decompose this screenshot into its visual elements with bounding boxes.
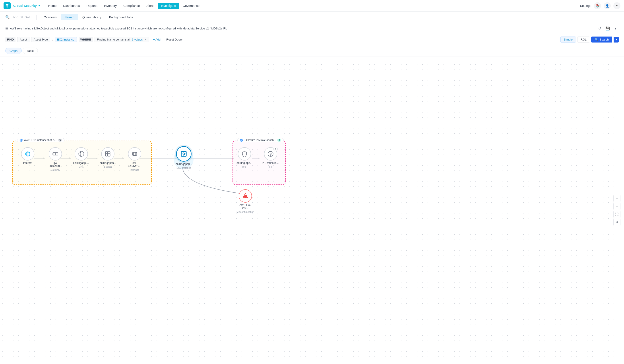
node-s3[interactable]: 2 2 Destinatio... s3 — [262, 147, 279, 168]
brand-name[interactable]: Cloud Security — [13, 4, 37, 7]
svg-rect-21 — [108, 154, 110, 156]
sub-nav-search[interactable]: Search — [61, 14, 78, 20]
reset-query-button[interactable]: Reset Query — [164, 37, 184, 42]
view-tabs: Graph Table — [0, 45, 624, 56]
misconfig-type: Misconfiguration — [236, 210, 254, 213]
settings-link[interactable]: Settings — [580, 4, 591, 7]
expand-button[interactable]: ▾ — [612, 25, 619, 31]
subnet-type: Subnet — [104, 165, 112, 168]
node-subnet[interactable]: ebillingapp0... Subnet — [100, 147, 116, 168]
filter-close-icon[interactable]: ✕ — [144, 38, 147, 41]
colon-separator: : — [52, 38, 53, 41]
subnet-label: ebillingapp0... — [100, 161, 116, 164]
group-label-iam: 🌀 EC2 with IAM role attach... 3 — [237, 138, 284, 142]
zoom-in-button[interactable]: + — [613, 195, 621, 202]
search-dropdown-arrow[interactable]: ▾ — [614, 37, 619, 43]
sub-nav-overview[interactable]: Overview — [40, 14, 60, 20]
node-internet[interactable]: 🌐 Internet — [21, 147, 34, 164]
internet-circle[interactable]: 🌐 — [21, 147, 34, 160]
misconfig-label: AWS EC2 inst... — [236, 204, 254, 210]
role-type: role — [242, 165, 246, 168]
vpc-type: VPC — [79, 165, 84, 168]
sub-navigation: 🔍 INVESTIGATE Overview Search Query Libr… — [0, 11, 624, 23]
group-label-text: AWS EC2 instance that is... — [24, 139, 57, 142]
s3-label: 2 Destinatio... — [262, 161, 279, 164]
interface-circle[interactable] — [128, 147, 141, 160]
group-label-icon: 🌀 — [20, 139, 23, 142]
igw-circle[interactable] — [49, 147, 62, 160]
rql-mode-button[interactable]: RQL — [577, 37, 590, 43]
role-circle[interactable] — [238, 147, 251, 160]
asset-type-value[interactable]: EC2 Instance — [55, 37, 77, 42]
nav-governance[interactable]: Governance — [180, 3, 203, 9]
subnet-circle[interactable] — [101, 147, 114, 160]
add-filter-button[interactable]: + Add — [151, 37, 163, 42]
group-label-ec2: 🌀 AWS EC2 instance that is... 5 — [17, 138, 64, 142]
interface-label: eni-0e8d7f19... — [126, 161, 143, 168]
graph-connections-svg — [0, 56, 624, 364]
search-label: Search — [600, 38, 609, 41]
svg-point-38 — [245, 197, 246, 198]
app-logo[interactable] — [3, 2, 11, 9]
find-label: FIND — [5, 37, 16, 42]
nav-dashboards[interactable]: Dashboards — [60, 3, 83, 9]
nav-home[interactable]: Home — [45, 3, 60, 9]
node-igw[interactable]: igw-087ad5f0... Gateway — [47, 147, 64, 171]
internet-label: Internet — [23, 161, 32, 164]
tab-table[interactable]: Table — [23, 48, 38, 54]
asset-tag[interactable]: Asset — [17, 37, 29, 42]
nav-compliance[interactable]: Compliance — [120, 3, 143, 9]
s3-type: s3 — [269, 165, 272, 168]
brand-dropdown-arrow[interactable]: ▾ — [39, 4, 40, 7]
add-icon: + Add — [153, 38, 160, 41]
s3-badge: 2 — [273, 147, 278, 151]
s3-circle[interactable]: 2 — [264, 147, 277, 160]
misconfig-circle[interactable] — [239, 189, 252, 203]
sub-nav-background-jobs[interactable]: Background Jobs — [106, 14, 137, 20]
svg-point-27 — [183, 153, 185, 155]
query-description-bar: ☰ AWS role having s3:GetObject and s3:Li… — [0, 23, 624, 34]
search-button[interactable]: 🔍 Search — [591, 37, 612, 43]
node-vpc[interactable]: ebillingapp0... VPC — [73, 147, 89, 168]
tab-graph[interactable]: Graph — [5, 48, 22, 54]
igw-type: Gateway — [51, 168, 60, 171]
node-misconfiguration[interactable]: AWS EC2 inst... Misconfiguration — [236, 189, 254, 213]
top-navigation: Cloud Security ▾ Home Dashboards Reports… — [0, 0, 624, 11]
query-desc-right: ↺ 💾 ▾ — [597, 25, 619, 31]
graph-controls: + − ⛶ ⬇ — [613, 195, 621, 226]
query-desc-icon: ☰ — [5, 26, 8, 30]
vpc-circle[interactable] — [75, 147, 88, 160]
nav-inventory[interactable]: Inventory — [101, 3, 120, 9]
zoom-out-button[interactable]: − — [613, 203, 621, 210]
node-role[interactable]: ebilling-app... role — [236, 147, 252, 168]
query-desc-left: ☰ AWS role having s3:GetObject and s3:Li… — [5, 26, 227, 30]
undo-button[interactable]: ↺ — [597, 25, 603, 31]
save-button[interactable]: 💾 — [604, 25, 611, 31]
nav-alerts[interactable]: Alerts — [143, 3, 157, 9]
sub-nav-query-library[interactable]: Query Library — [79, 14, 105, 20]
query-mode-controls: Simple RQL 🔍 Search ▾ — [560, 37, 619, 43]
role-label: ebilling-app... — [236, 161, 252, 164]
sub-nav-section-label: INVESTIGATE — [12, 16, 33, 19]
ec2-circle[interactable] — [176, 146, 192, 162]
ec2-label: ebillingapp0... — [176, 162, 192, 166]
nav-reports[interactable]: Reports — [83, 3, 101, 9]
avatar-button[interactable]: 👤 — [604, 2, 611, 9]
download-graph-button[interactable]: ⬇ — [613, 219, 621, 226]
investigate-search-icon: 🔍 — [5, 15, 10, 19]
graph-canvas[interactable]: 🌀 AWS EC2 instance that is... 5 🌀 EC2 wi… — [0, 56, 624, 364]
filter-values[interactable]: 3 values — [132, 38, 143, 41]
nav-investigate[interactable]: Investigate — [158, 3, 179, 9]
fit-view-button[interactable]: ⛶ — [613, 211, 621, 218]
main-content: 🔍 INVESTIGATE Overview Search Query Libr… — [0, 11, 624, 364]
filter-group[interactable]: Finding Name contains all 3 values ✕ — [95, 37, 149, 42]
docs-icon-button[interactable]: 📚 — [594, 2, 601, 9]
nav-items: Home Dashboards Reports Inventory Compli… — [45, 3, 579, 9]
help-icon-button[interactable]: ✦ — [613, 2, 621, 9]
node-interface[interactable]: eni-0e8d7f19... Interface — [126, 147, 143, 171]
sub-nav-items: Overview Search Query Library Background… — [40, 14, 137, 20]
asset-type-tag[interactable]: Asset Type — [31, 37, 50, 42]
group-label-iam-icon: 🌀 — [240, 139, 243, 142]
node-ec2-instance[interactable]: ebillingapp0... EC2 Instance — [176, 146, 192, 169]
simple-mode-button[interactable]: Simple — [560, 37, 576, 43]
